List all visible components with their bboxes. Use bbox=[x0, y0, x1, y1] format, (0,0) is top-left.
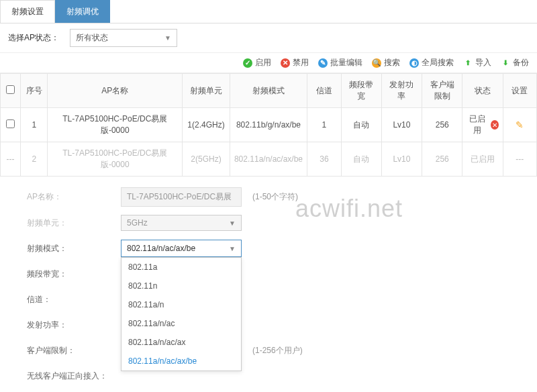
chevron-down-icon: ▼ bbox=[229, 245, 236, 252]
col-seq: 序号 bbox=[21, 74, 48, 108]
search-button[interactable]: 🔍搜索 bbox=[372, 57, 400, 68]
ap-table: 序号 AP名称 射频单元 射频模式 信道 频段带宽 发射功率 客户端限制 状态 … bbox=[0, 73, 537, 177]
col-status: 状态 bbox=[462, 74, 503, 108]
rf-mode-option[interactable]: 802.11a bbox=[121, 258, 241, 277]
filter-label: 选择AP状态： bbox=[8, 32, 59, 44]
toolbar: ✓启用 ✕禁用 ✎批量编辑 🔍搜索 ◐全局搜索 ⬆导入 ⬇备份 bbox=[0, 52, 537, 73]
rf-mode-option[interactable]: 802.11a/n/ac/ax bbox=[121, 333, 241, 352]
row-checkbox[interactable] bbox=[6, 119, 15, 128]
hint-ap-name: (1-50个字符) bbox=[252, 191, 298, 203]
upload-icon: ⬆ bbox=[463, 58, 473, 68]
backup-button[interactable]: ⬇备份 bbox=[501, 57, 529, 68]
table-row: 1 TL-7AP5100HC-PoE/DC易展版-0000 1(2.4GHz) … bbox=[1, 108, 537, 142]
label-client-limit: 客户端限制： bbox=[27, 345, 121, 356]
ap-name-field: TL-7AP5100HC-PoE/DC易展 bbox=[121, 187, 242, 207]
enable-button[interactable]: ✓启用 bbox=[243, 57, 271, 68]
status-badge[interactable]: 已启用✕ bbox=[467, 113, 498, 136]
label-channel: 信道： bbox=[27, 294, 121, 305]
label-rf-unit: 射频单元： bbox=[27, 217, 121, 229]
chevron-down-icon: ▼ bbox=[164, 34, 171, 42]
pencil-icon: ✎ bbox=[318, 58, 328, 68]
col-tx-power: 发射功率 bbox=[381, 74, 422, 108]
ap-status-value: 所有状态 bbox=[76, 32, 108, 44]
col-settings: 设置 bbox=[503, 74, 536, 108]
rf-mode-option[interactable]: 802.11a/n/ac bbox=[121, 314, 241, 333]
status-badge: 已启用 bbox=[471, 154, 495, 164]
col-ap-name: AP名称 bbox=[48, 74, 183, 108]
select-all-checkbox[interactable] bbox=[6, 85, 15, 94]
chevron-down-icon: ▼ bbox=[229, 219, 236, 227]
rf-mode-dropdown: 802.11a 802.11n 802.11a/n 802.11a/n/ac 8… bbox=[121, 257, 242, 371]
ap-status-select[interactable]: 所有状态 ▼ bbox=[70, 29, 177, 47]
col-bandwidth: 频段带宽 bbox=[341, 74, 381, 108]
rf-mode-option[interactable]: 802.11n bbox=[121, 277, 241, 295]
check-icon: ✓ bbox=[243, 58, 252, 68]
rf-mode-option[interactable]: 802.11a/n/ac/ax/be bbox=[121, 352, 241, 371]
rf-mode-select[interactable]: 802.11a/n/ac/ax/be ▼ bbox=[121, 240, 242, 257]
label-tx-power: 发射功率： bbox=[27, 320, 121, 331]
col-client-limit: 客户端限制 bbox=[422, 74, 462, 108]
global-search-button[interactable]: ◐全局搜索 bbox=[409, 57, 454, 68]
col-rf-mode: 射频模式 bbox=[230, 74, 307, 108]
tab-rf-tuning[interactable]: 射频调优 bbox=[55, 0, 110, 23]
rf-mode-option[interactable]: 802.11a/n bbox=[121, 295, 241, 314]
tab-rf-settings[interactable]: 射频设置 bbox=[0, 0, 55, 23]
disable-icon: ✕ bbox=[491, 120, 499, 130]
disable-button[interactable]: ✕禁用 bbox=[281, 57, 309, 68]
table-row: --- 2 TL-7AP5100HC-PoE/DC易展版-0000 2(5GHz… bbox=[1, 142, 537, 177]
search-icon: 🔍 bbox=[372, 58, 381, 68]
label-ap-name: AP名称： bbox=[27, 191, 121, 203]
batch-edit-button[interactable]: ✎批量编辑 bbox=[318, 57, 362, 68]
label-rf-mode: 射频模式： bbox=[27, 243, 121, 254]
label-wlan-redirect: 无线客户端正向接入： bbox=[27, 371, 121, 382]
filter-row: 选择AP状态： 所有状态 ▼ bbox=[0, 23, 537, 52]
import-button[interactable]: ⬆导入 bbox=[463, 57, 491, 68]
hint-client-limit: (1-256个用户) bbox=[252, 345, 303, 356]
tab-bar: 射频设置 射频调优 bbox=[0, 0, 537, 23]
label-bandwidth: 频段带宽： bbox=[27, 268, 121, 280]
globe-icon: ◐ bbox=[409, 58, 419, 68]
detail-form: AP名称： TL-7AP5100HC-PoE/DC易展 (1-50个字符) 射频… bbox=[0, 177, 537, 392]
x-icon: ✕ bbox=[281, 58, 290, 68]
col-channel: 信道 bbox=[307, 74, 341, 108]
download-icon: ⬇ bbox=[501, 58, 510, 68]
edit-icon[interactable]: ✎ bbox=[516, 119, 524, 130]
col-rf-unit: 射频单元 bbox=[183, 74, 230, 108]
rf-unit-select: 5GHz ▼ bbox=[121, 215, 242, 231]
